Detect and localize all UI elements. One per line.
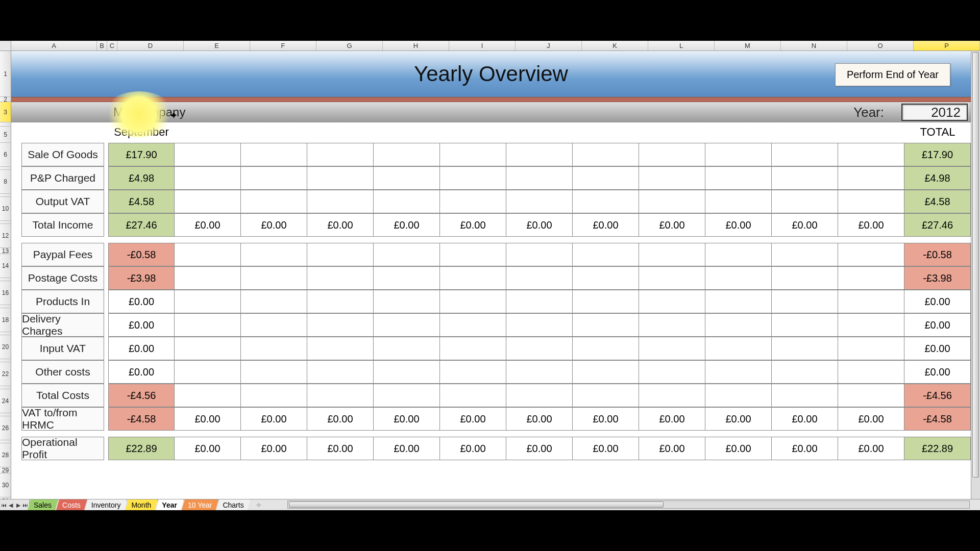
- cell-prods-m2[interactable]: [175, 290, 241, 313]
- row-header-blank[interactable]: [0, 122, 11, 127]
- new-sheet-button[interactable]: ✧: [251, 499, 267, 510]
- cell-tcost-m11[interactable]: [772, 384, 838, 407]
- cell-ovat-m12[interactable]: [838, 190, 904, 213]
- cell-ivat-m11[interactable]: [772, 337, 838, 360]
- cell-vath-m7[interactable]: £0.00: [506, 407, 573, 431]
- cell-prods-total[interactable]: £0.00: [904, 290, 971, 313]
- cell-other-month[interactable]: £0.00: [108, 360, 175, 384]
- cell-tinc-m4[interactable]: £0.00: [307, 213, 374, 237]
- row-header-24[interactable]: 24: [0, 389, 11, 413]
- column-header-D[interactable]: D: [117, 41, 184, 51]
- cell-tcost-month[interactable]: -£4.56: [108, 384, 175, 407]
- cell-other-m9[interactable]: [639, 360, 705, 384]
- cell-ivat-month[interactable]: £0.00: [108, 337, 175, 360]
- cell-deliv-total[interactable]: £0.00: [904, 313, 971, 337]
- cell-post-m3[interactable]: [241, 266, 307, 290]
- column-header-A[interactable]: A: [11, 41, 97, 51]
- cell-ivat-m7[interactable]: [506, 337, 573, 360]
- cell-sale-month[interactable]: £17.90: [108, 143, 175, 166]
- cell-prods-m8[interactable]: [573, 290, 639, 313]
- cell-tinc-m9[interactable]: £0.00: [639, 213, 705, 237]
- cell-ovat-m5[interactable]: [374, 190, 440, 213]
- cell-other-m6[interactable]: [440, 360, 506, 384]
- cell-paypal-m12[interactable]: [838, 243, 904, 266]
- cell-pp-total[interactable]: £4.98: [904, 166, 971, 190]
- cell-ovat-month[interactable]: £4.58: [108, 190, 175, 213]
- column-header-P[interactable]: P: [914, 41, 980, 51]
- cell-pp-m3[interactable]: [241, 166, 307, 190]
- cell-deliv-m7[interactable]: [506, 313, 573, 337]
- horizontal-scrollbar[interactable]: [287, 500, 970, 509]
- row-header-5[interactable]: 5: [0, 127, 11, 143]
- row-header-1[interactable]: 1: [0, 51, 11, 97]
- cell-post-m7[interactable]: [506, 266, 573, 290]
- cell-sale-m9[interactable]: [639, 143, 705, 166]
- cell-post-m6[interactable]: [440, 266, 506, 290]
- cell-pp-m10[interactable]: [705, 166, 772, 190]
- cell-other-m7[interactable]: [506, 360, 573, 384]
- cell-vath-m9[interactable]: £0.00: [639, 407, 705, 431]
- cell-pp-m9[interactable]: [639, 166, 705, 190]
- cell-tinc-month[interactable]: £27.46: [108, 213, 175, 237]
- cell-ivat-m3[interactable]: [241, 337, 307, 360]
- cell-paypal-m11[interactable]: [772, 243, 838, 266]
- cell-ivat-m2[interactable]: [175, 337, 241, 360]
- cell-other-m5[interactable]: [374, 360, 440, 384]
- cell-vath-m12[interactable]: £0.00: [838, 407, 904, 431]
- cell-vath-m10[interactable]: £0.00: [705, 407, 772, 431]
- cell-pp-m5[interactable]: [374, 166, 440, 190]
- vertical-scroll-thumb[interactable]: [972, 52, 979, 478]
- cell-prods-m3[interactable]: [241, 290, 307, 313]
- cell-prods-m11[interactable]: [772, 290, 838, 313]
- cell-other-m12[interactable]: [838, 360, 904, 384]
- cell-ivat-m9[interactable]: [639, 337, 705, 360]
- sheet-tab-inventory[interactable]: Inventory: [85, 499, 128, 510]
- cell-post-m11[interactable]: [772, 266, 838, 290]
- worksheet-area[interactable]: Yearly Overview Perform End of Year My C…: [11, 51, 971, 499]
- cell-sale-m3[interactable]: [241, 143, 307, 166]
- cell-ivat-m4[interactable]: [307, 337, 374, 360]
- sheet-tab-month[interactable]: Month: [125, 499, 158, 510]
- row-header-20[interactable]: 20: [0, 335, 11, 359]
- cell-pp-m7[interactable]: [506, 166, 573, 190]
- cell-tinc-m5[interactable]: £0.00: [374, 213, 440, 237]
- cell-vath-m8[interactable]: £0.00: [573, 407, 639, 431]
- cell-sale-m5[interactable]: [374, 143, 440, 166]
- cell-paypal-total[interactable]: -£0.58: [904, 243, 971, 266]
- cell-tinc-total[interactable]: £27.46: [904, 213, 971, 237]
- cell-pp-m11[interactable]: [772, 166, 838, 190]
- cell-sale-total[interactable]: £17.90: [904, 143, 971, 166]
- cell-pp-m8[interactable]: [573, 166, 639, 190]
- cell-deliv-m11[interactable]: [772, 313, 838, 337]
- row-header-16[interactable]: 16: [0, 281, 11, 305]
- cell-vath-total[interactable]: -£4.58: [904, 407, 971, 431]
- row-header-6[interactable]: 6: [0, 143, 11, 167]
- cell-ovat-m6[interactable]: [440, 190, 506, 213]
- cell-tinc-m6[interactable]: £0.00: [440, 213, 506, 237]
- perform-end-of-year-button[interactable]: Perform End of Year: [835, 63, 950, 86]
- cell-sale-m6[interactable]: [440, 143, 506, 166]
- cell-post-m8[interactable]: [573, 266, 639, 290]
- cell-oprof-m3[interactable]: £0.00: [241, 437, 307, 460]
- cell-other-m8[interactable]: [573, 360, 639, 384]
- horizontal-scroll-thumb[interactable]: [289, 502, 664, 508]
- tab-next-icon[interactable]: ▶: [15, 499, 22, 510]
- cell-paypal-m3[interactable]: [241, 243, 307, 266]
- column-header-I[interactable]: I: [449, 41, 516, 51]
- cell-post-total[interactable]: -£3.98: [904, 266, 971, 290]
- row-header-30[interactable]: 30: [0, 473, 11, 497]
- cell-tinc-m3[interactable]: £0.00: [241, 213, 307, 237]
- cell-paypal-m7[interactable]: [506, 243, 573, 266]
- cell-prods-month[interactable]: £0.00: [108, 290, 175, 313]
- cell-ovat-m3[interactable]: [241, 190, 307, 213]
- cell-vath-month[interactable]: -£4.58: [108, 407, 175, 431]
- cell-oprof-m7[interactable]: £0.00: [506, 437, 573, 460]
- cell-post-m5[interactable]: [374, 266, 440, 290]
- tab-first-icon[interactable]: ⏮: [0, 499, 7, 510]
- cell-vath-m6[interactable]: £0.00: [440, 407, 506, 431]
- cell-ovat-m9[interactable]: [639, 190, 705, 213]
- sheet-tab-year[interactable]: Year: [156, 499, 184, 510]
- cell-tinc-m2[interactable]: £0.00: [175, 213, 241, 237]
- column-header-M[interactable]: M: [715, 41, 781, 51]
- sheet-tab-10-year[interactable]: 10 Year: [182, 499, 219, 510]
